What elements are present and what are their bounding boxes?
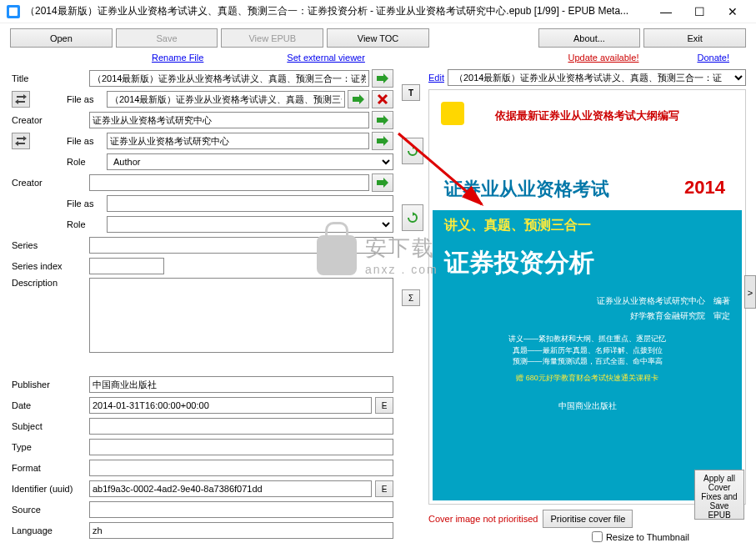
prioritise-cover-button[interactable]: Prioritise cover file <box>543 510 633 528</box>
cover-title: 证券投资分析 <box>433 241 742 294</box>
cover-year: 2014 <box>679 177 730 202</box>
description-label: Description <box>10 278 89 288</box>
view-toc-button[interactable]: View TOC <box>327 28 429 48</box>
creator2-role-label: Role <box>67 219 107 229</box>
series-input[interactable] <box>89 237 393 254</box>
save-button[interactable]: Save <box>116 28 218 48</box>
cover-publisher: 中国商业出版社 <box>433 400 742 419</box>
series-index-label: Series index <box>10 261 89 271</box>
cover-dropdown[interactable]: （2014最新版）证券业从业资格考试讲义、真题、预测三合一：证 <box>448 69 746 86</box>
rename-file-link[interactable]: Rename File <box>152 53 203 63</box>
title-fileas-arrow-button[interactable] <box>348 90 369 108</box>
creator1-arrow-button[interactable] <box>372 111 393 129</box>
title-input[interactable] <box>89 70 369 87</box>
source-input[interactable] <box>89 501 393 518</box>
date-label: Date <box>10 400 89 410</box>
update-link[interactable]: Update available! <box>568 53 638 63</box>
language-label: Language <box>10 525 89 535</box>
open-button[interactable]: Open <box>10 28 113 48</box>
title-fileas-input[interactable] <box>107 91 345 108</box>
title-label: Title <box>10 73 89 83</box>
publisher-label: Publisher <box>10 380 89 390</box>
format-label: Format <box>10 463 89 473</box>
maximize-button[interactable]: ☐ <box>683 1 716 23</box>
creator1-role-label: Role <box>67 157 107 167</box>
cover-subtitle: 讲义、真题、预测三合一 <box>433 210 742 241</box>
app-icon <box>7 5 20 18</box>
side-expand-button[interactable]: > <box>744 275 756 309</box>
creator1-label: Creator <box>10 115 89 125</box>
cover-header: 证券业从业资格考试 <box>444 177 609 202</box>
sigma-button[interactable]: Σ <box>402 289 420 306</box>
window-title: （2014最新版）证券业从业资格考试讲义、真题、预测三合一：证券投资分析 - 证… <box>25 4 649 18</box>
creator1-fileas-label: File as <box>67 136 107 146</box>
series-index-input[interactable] <box>89 258 164 274</box>
t-button[interactable]: T <box>402 84 420 101</box>
cover-preview: 依据最新证券业从业资格考试大纲编写 证券业从业资格考试 2014 讲义、真题、预… <box>428 89 746 505</box>
resize-thumbnail-label: Resize to Thumbnail <box>606 532 689 542</box>
creator1-role-select[interactable]: Author <box>107 153 393 170</box>
title-arrow-button[interactable] <box>372 69 393 88</box>
creator1-swap-button[interactable] <box>12 133 30 149</box>
title-delete-button[interactable] <box>372 90 393 108</box>
about-button[interactable]: About... <box>538 28 641 48</box>
apply-fixes-button[interactable]: Apply all Cover Fixes and Save EPUB <box>694 470 744 520</box>
cover-warning: Cover image not prioritised <box>428 514 538 524</box>
creator2-label: Creator <box>10 178 89 188</box>
edit-link[interactable]: Edit <box>428 73 444 83</box>
refresh-creator2-button[interactable] <box>402 204 423 231</box>
subject-label: Subject <box>10 421 89 431</box>
set-viewer-link[interactable]: Set external viewer <box>287 53 365 63</box>
cover-tagline: 依据最新证券业从业资格考试大纲编写 <box>433 93 742 123</box>
donate-link[interactable]: Donate! <box>697 53 729 63</box>
creator1-fileas-input[interactable] <box>107 133 369 149</box>
publisher-input[interactable] <box>89 376 393 393</box>
creator2-arrow-button[interactable] <box>372 173 393 192</box>
language-input[interactable] <box>89 522 393 539</box>
creator2-input[interactable] <box>89 174 369 191</box>
creator1-fileas-arrow-button[interactable] <box>372 132 393 150</box>
series-label: Series <box>10 240 89 250</box>
identifier-e-button[interactable]: E <box>375 480 393 497</box>
date-input[interactable] <box>89 397 372 414</box>
type-label: Type <box>10 442 89 452</box>
format-input[interactable] <box>89 460 393 476</box>
view-epub-button[interactable]: View EPUB <box>221 28 323 48</box>
title-swap-button[interactable] <box>12 91 30 108</box>
subject-input[interactable] <box>89 418 393 435</box>
type-input[interactable] <box>89 439 393 455</box>
creator1-input[interactable] <box>89 112 369 128</box>
minimize-button[interactable]: — <box>649 1 683 23</box>
identifier-input[interactable] <box>89 480 372 497</box>
title-fileas-label: File as <box>67 94 107 104</box>
source-label: Source <box>10 505 89 515</box>
creator2-role-select[interactable] <box>107 216 393 233</box>
cover-bonus: 赠 680元好学教育财会考试快速通关课程卡 <box>433 373 742 384</box>
close-button[interactable]: ✕ <box>716 1 749 23</box>
creator2-fileas-label: File as <box>67 199 107 209</box>
date-e-button[interactable]: E <box>375 397 393 414</box>
logo-icon <box>441 102 464 125</box>
resize-thumbnail-checkbox[interactable] <box>592 531 603 542</box>
cover-author1: 证券业从业资格考试研究中心 编著 <box>433 294 742 309</box>
cover-author2: 好学教育金融研究院 审定 <box>433 309 742 324</box>
creator2-fileas-input[interactable] <box>107 195 393 212</box>
identifier-label: Identifier (uuid) <box>10 484 89 494</box>
svg-rect-1 <box>9 8 18 16</box>
refresh-creator1-button[interactable] <box>402 138 423 164</box>
description-input[interactable] <box>89 278 393 353</box>
exit-button[interactable]: Exit <box>643 28 746 48</box>
